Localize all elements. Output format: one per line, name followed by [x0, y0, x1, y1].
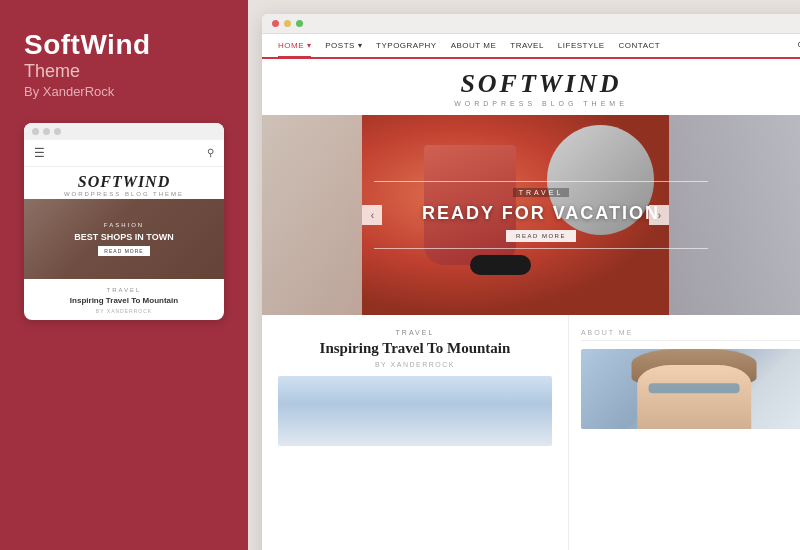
- post-author: BY XANDERROCK: [278, 361, 552, 368]
- mobile-preview: ☰ ⚲ SOFTWIND WORDPRESS BLOG THEME FASHIO…: [24, 123, 224, 320]
- dot-yellow: [284, 20, 291, 27]
- dot-green: [54, 128, 61, 135]
- mobile-logo-area: SOFTWIND WORDPRESS BLOG THEME: [24, 167, 224, 199]
- mobile-nav: ☰ ⚲: [24, 140, 224, 167]
- theme-author: By XanderRock: [24, 84, 224, 99]
- theme-title: SoftWind: [24, 30, 224, 61]
- avatar-face: [638, 365, 752, 429]
- desktop-bottom: TRAVEL Inspiring Travel To Mountain BY X…: [262, 315, 800, 550]
- right-panel: HOME ▾ POSTS ▾ TYPOGRAPHY ABOUT ME TRAVE…: [248, 0, 800, 550]
- nav-about[interactable]: ABOUT ME: [451, 41, 497, 50]
- mobile-logo: SOFTWIND: [24, 173, 224, 191]
- post-category: TRAVEL: [278, 329, 552, 336]
- nav-typography[interactable]: TYPOGRAPHY: [376, 41, 437, 50]
- theme-title-block: SoftWind Theme By XanderRock: [24, 30, 224, 99]
- sidebar-avatar: [581, 349, 800, 429]
- hero-read-more-btn[interactable]: READ MORE: [506, 230, 576, 242]
- desktop-sidebar: ABOUT ME: [569, 315, 800, 550]
- mobile-hero-overlay: FASHION BEST SHOPS IN TOWN READ MORE: [24, 199, 224, 279]
- hero-lines-bottom: [374, 248, 709, 249]
- hero-title: READY FOR VACATION: [422, 203, 660, 224]
- hero-next-btn[interactable]: ›: [649, 205, 669, 225]
- mobile-hero: FASHION BEST SHOPS IN TOWN READ MORE: [24, 199, 224, 279]
- mobile-post-title: Inspiring Travel To Mountain: [34, 296, 214, 306]
- desktop-nav: HOME ▾ POSTS ▾ TYPOGRAPHY ABOUT ME TRAVE…: [262, 34, 800, 59]
- dot-green: [296, 20, 303, 27]
- mobile-post-category: TRAVEL: [34, 287, 214, 293]
- post-image: [278, 376, 552, 446]
- desktop-logo-area: SOFTWIND WORDPRESS BLOG THEME: [262, 59, 800, 115]
- mobile-dots-bar: [24, 123, 224, 140]
- desktop-logo-sub: WORDPRESS BLOG THEME: [262, 100, 800, 107]
- mobile-post-preview: TRAVEL Inspiring Travel To Mountain BY X…: [24, 279, 224, 320]
- left-panel: SoftWind Theme By XanderRock ☰ ⚲ SOFTWIN…: [0, 0, 248, 550]
- sidebar-about-label: ABOUT ME: [581, 329, 800, 341]
- avatar-glasses: [649, 383, 740, 393]
- post-title[interactable]: Inspiring Travel To Mountain: [278, 340, 552, 357]
- hamburger-icon[interactable]: ☰: [34, 146, 45, 160]
- desktop-post-area: TRAVEL Inspiring Travel To Mountain BY X…: [262, 315, 569, 550]
- mobile-hero-category: FASHION: [104, 222, 144, 228]
- desktop-preview: HOME ▾ POSTS ▾ TYPOGRAPHY ABOUT ME TRAVE…: [262, 14, 800, 550]
- nav-travel[interactable]: TRAVEL: [510, 41, 544, 50]
- hero-lines-top: [374, 181, 709, 182]
- nav-contact[interactable]: CONTACT: [619, 41, 661, 50]
- nav-posts[interactable]: POSTS ▾: [325, 41, 362, 50]
- hero-overlay: TRAVEL READY FOR VACATION READ MORE: [262, 115, 800, 315]
- mobile-post-by: BY XANDERROCK: [34, 308, 214, 314]
- nav-lifestyle[interactable]: LIFESTYLE: [558, 41, 605, 50]
- hero-category-tag: TRAVEL: [513, 188, 570, 197]
- mobile-hero-title: BEST SHOPS IN TOWN: [74, 232, 173, 242]
- hero-line: [374, 181, 709, 182]
- desktop-logo: SOFTWIND: [262, 69, 800, 99]
- nav-home[interactable]: HOME ▾: [278, 41, 311, 58]
- theme-subtitle: Theme: [24, 61, 224, 82]
- dot-yellow: [43, 128, 50, 135]
- desktop-dots-bar: [262, 14, 800, 34]
- hero-prev-btn[interactable]: ‹: [362, 205, 382, 225]
- dot-red: [32, 128, 39, 135]
- dot-red: [272, 20, 279, 27]
- mobile-hero-btn[interactable]: READ MORE: [98, 246, 149, 256]
- hero-line: [374, 248, 709, 249]
- mobile-logo-sub: WORDPRESS BLOG THEME: [24, 191, 224, 197]
- desktop-hero: TRAVEL READY FOR VACATION READ MORE ‹ ›: [262, 115, 800, 315]
- mobile-search-icon[interactable]: ⚲: [207, 147, 214, 158]
